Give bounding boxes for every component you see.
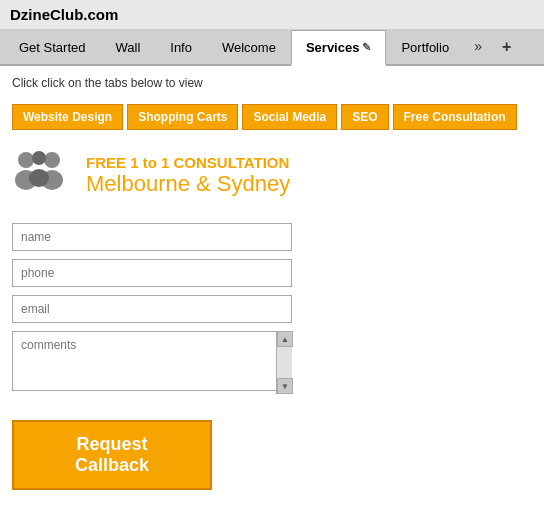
svg-point-0 xyxy=(18,152,34,168)
consultation-subtitle: Melbourne & Sydney xyxy=(86,171,290,197)
service-btn-seo[interactable]: SEO xyxy=(341,104,388,130)
tab-wall[interactable]: Wall xyxy=(100,30,155,64)
tab-welcome[interactable]: Welcome xyxy=(207,30,291,64)
service-btn-website-design[interactable]: Website Design xyxy=(12,104,123,130)
scroll-up-arrow[interactable]: ▲ xyxy=(277,331,293,347)
people-icon xyxy=(12,148,72,203)
edit-icon[interactable]: ✎ xyxy=(362,41,371,54)
tab-services[interactable]: Services ✎ xyxy=(291,30,387,66)
scroll-down-arrow[interactable]: ▼ xyxy=(277,378,293,394)
email-input[interactable] xyxy=(12,295,292,323)
comments-wrapper: ▲ ▼ xyxy=(12,331,292,394)
consultation-text-block: FREE 1 to 1 CONSULTATION Melbourne & Syd… xyxy=(86,154,290,197)
tab-portfolio[interactable]: Portfolio xyxy=(386,30,464,64)
svg-point-5 xyxy=(29,169,49,187)
nav-add-button[interactable]: + xyxy=(492,30,521,64)
tab-info[interactable]: Info xyxy=(155,30,207,64)
main-content: Click click on the tabs below to view We… xyxy=(0,66,544,500)
consultation-title: FREE 1 to 1 CONSULTATION xyxy=(86,154,290,171)
comments-input[interactable] xyxy=(12,331,292,391)
service-btn-social-media[interactable]: Social Media xyxy=(242,104,337,130)
consultation-form: ▲ ▼ Request Callback xyxy=(12,223,292,490)
svg-point-2 xyxy=(44,152,60,168)
nav-bar: Get Started Wall Info Welcome Services ✎… xyxy=(0,30,544,66)
scrollbar: ▲ ▼ xyxy=(276,331,292,394)
site-header: DzineClub.com xyxy=(0,0,544,30)
tab-get-started[interactable]: Get Started xyxy=(4,30,100,64)
svg-point-4 xyxy=(32,151,46,165)
service-btn-shopping-carts[interactable]: Shopping Carts xyxy=(127,104,238,130)
consultation-header: FREE 1 to 1 CONSULTATION Melbourne & Syd… xyxy=(12,148,532,203)
nav-more-button[interactable]: » xyxy=(464,30,492,64)
instruction-text: Click click on the tabs below to view xyxy=(12,76,532,90)
name-input[interactable] xyxy=(12,223,292,251)
service-buttons: Website Design Shopping Carts Social Med… xyxy=(12,104,532,130)
request-callback-button[interactable]: Request Callback xyxy=(12,420,212,490)
service-btn-free-consultation[interactable]: Free Consultation xyxy=(393,104,517,130)
phone-input[interactable] xyxy=(12,259,292,287)
site-title: DzineClub.com xyxy=(10,6,118,23)
